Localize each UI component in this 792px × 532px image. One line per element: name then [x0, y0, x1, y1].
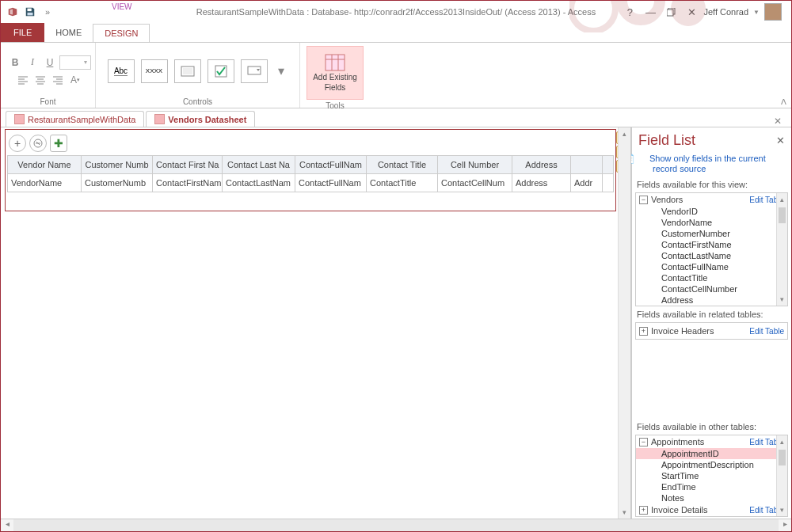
- table-vendors-row[interactable]: − Vendors Edit Table: [636, 193, 787, 206]
- user-name: Jeff Conrad: [703, 7, 748, 17]
- control-combobox[interactable]: [241, 59, 268, 83]
- table-invoice-details-row[interactable]: + Invoice Details Edit Table: [636, 504, 787, 516]
- font-color-button[interactable]: A▾: [67, 73, 83, 87]
- access-app-icon[interactable]: [4, 3, 21, 21]
- close-object-icon[interactable]: ✕: [774, 116, 786, 127]
- field-cell[interactable]: Addr: [571, 174, 603, 192]
- table-appointments-row[interactable]: − Appointments Edit Table: [636, 435, 787, 448]
- svg-rect-6: [667, 10, 673, 16]
- close-pane-icon[interactable]: ✕: [776, 135, 785, 146]
- delete-record-button[interactable]: [29, 135, 47, 152]
- titlebar: » VIEW RestaurantSampleWithData : Databa…: [1, 1, 791, 23]
- collapse-ribbon-icon[interactable]: ᐱ: [781, 97, 786, 106]
- collapse-icon[interactable]: −: [639, 196, 648, 204]
- tab-home[interactable]: HOME: [44, 23, 93, 42]
- scroll-up-icon[interactable]: ▴: [619, 127, 630, 140]
- pane-scrollbar[interactable]: ▴▾: [776, 193, 787, 306]
- field-cell[interactable]: ContactTitle: [367, 174, 438, 192]
- column-header[interactable]: ContactFullNam: [295, 156, 367, 173]
- column-header[interactable]: Customer Numb: [82, 156, 153, 173]
- form-icon: [154, 114, 165, 124]
- bold-button[interactable]: B: [7, 55, 23, 70]
- section-available-view: Fields available for this view:: [632, 178, 791, 191]
- scroll-left-icon[interactable]: ◂: [1, 519, 13, 531]
- expand-icon[interactable]: +: [639, 327, 648, 336]
- object-tab-restaurant[interactable]: RestaurantSampleWithData: [6, 111, 144, 127]
- add-existing-fields-button[interactable]: Add Existing Fields: [307, 46, 364, 100]
- field-cell[interactable]: ContactFullNam: [295, 174, 367, 192]
- svg-rect-0: [28, 9, 32, 12]
- align-center-button[interactable]: [32, 73, 48, 87]
- add-action-button[interactable]: ✚: [50, 135, 67, 152]
- control-checkbox[interactable]: [208, 59, 234, 83]
- edit-table-link[interactable]: Edit Table: [749, 327, 784, 336]
- control-button[interactable]: [174, 59, 201, 83]
- control-textbox[interactable]: Abc: [108, 59, 135, 83]
- svg-rect-11: [326, 55, 345, 70]
- ribbon-tabs: FILE HOME DESIGN: [1, 23, 791, 42]
- column-header[interactable]: Contact Last Na: [223, 156, 295, 173]
- field-item[interactable]: VendorID: [636, 206, 787, 217]
- tab-file[interactable]: FILE: [1, 23, 44, 42]
- horizontal-scrollbar[interactable]: ◂ ▸: [1, 519, 791, 531]
- scroll-down-icon[interactable]: ▾: [619, 506, 630, 519]
- vertical-scrollbar[interactable]: ▴ ▾: [618, 127, 630, 519]
- field-item[interactable]: ContactLastName: [636, 250, 787, 261]
- field-item[interactable]: AppointmentID: [636, 448, 787, 459]
- close-icon[interactable]: ✕: [683, 4, 700, 20]
- align-right-button[interactable]: [50, 73, 66, 87]
- add-record-button[interactable]: +: [9, 135, 26, 152]
- field-cell[interactable]: ContactLastNam: [223, 174, 295, 192]
- field-list-title: Field List ✕: [632, 127, 791, 152]
- datasheet-canvas[interactable]: + ✚ Vendor NameCustomer NumbContact Firs…: [5, 129, 616, 211]
- scroll-right-icon[interactable]: ▸: [779, 519, 791, 531]
- field-item[interactable]: Notes: [636, 492, 787, 504]
- contextual-tab-label: VIEW: [112, 2, 132, 11]
- help-icon[interactable]: ?: [621, 4, 638, 20]
- group-label-controls: Controls: [102, 96, 293, 106]
- table-invoice-headers-row[interactable]: + Invoice Headers Edit Table: [636, 325, 787, 337]
- pane-scrollbar[interactable]: ▴▾: [776, 435, 787, 516]
- field-cell[interactable]: CustomerNumb: [82, 174, 153, 192]
- minimize-icon[interactable]: —: [642, 4, 659, 20]
- column-header[interactable]: Vendor Name: [8, 156, 82, 173]
- align-left-button[interactable]: [15, 73, 31, 87]
- collapse-icon[interactable]: −: [639, 438, 648, 446]
- field-item[interactable]: VendorName: [636, 217, 787, 228]
- italic-button[interactable]: I: [25, 55, 40, 70]
- field-item[interactable]: CustomerNumber: [636, 228, 787, 239]
- field-item[interactable]: AppointmentDescription: [636, 459, 787, 470]
- column-header[interactable]: [571, 156, 603, 173]
- field-item[interactable]: ContactFullName: [636, 261, 787, 272]
- field-item[interactable]: ContactCellNumber: [636, 283, 787, 294]
- user-account[interactable]: Jeff Conrad ▼: [703, 3, 782, 21]
- table-icon: [325, 54, 345, 71]
- qat-more-icon[interactable]: »: [39, 3, 56, 21]
- underline-button[interactable]: U: [42, 55, 58, 70]
- object-tab-vendors[interactable]: Vendors Datasheet: [146, 111, 255, 127]
- field-item[interactable]: Address: [636, 294, 787, 306]
- field-item[interactable]: ContactTitle: [636, 272, 787, 283]
- show-only-fields-link[interactable]: 📄Show only fields in the current record …: [632, 152, 791, 178]
- column-header[interactable]: Address: [512, 156, 571, 173]
- column-header[interactable]: Contact Title: [367, 156, 438, 173]
- tab-design[interactable]: DESIGN: [93, 24, 150, 43]
- field-cell[interactable]: ContactCellNum: [438, 174, 512, 192]
- column-header[interactable]: Contact First Na: [153, 156, 223, 173]
- ribbon: B I U ▾ A▾ Font Abc XXXX ▾: [1, 42, 791, 108]
- column-header[interactable]: Cell Number: [438, 156, 512, 173]
- expand-icon[interactable]: +: [639, 506, 648, 515]
- save-icon[interactable]: [21, 3, 39, 21]
- field-cell[interactable]: Address: [512, 174, 571, 192]
- field-cell[interactable]: ContactFirstNam: [153, 174, 223, 192]
- field-item[interactable]: StartTime: [636, 470, 787, 481]
- group-label-font: Font: [7, 96, 89, 106]
- restore-icon[interactable]: [662, 4, 680, 20]
- field-cell[interactable]: VendorName: [8, 174, 82, 192]
- field-item[interactable]: EndTime: [636, 481, 787, 492]
- controls-more[interactable]: ▾: [274, 59, 288, 83]
- design-surface[interactable]: + ✚ Vendor NameCustomer NumbContact Firs…: [1, 127, 631, 519]
- control-label[interactable]: XXXX: [141, 59, 168, 83]
- field-item[interactable]: ContactFirstName: [636, 239, 787, 250]
- font-size-box[interactable]: ▾: [59, 55, 91, 70]
